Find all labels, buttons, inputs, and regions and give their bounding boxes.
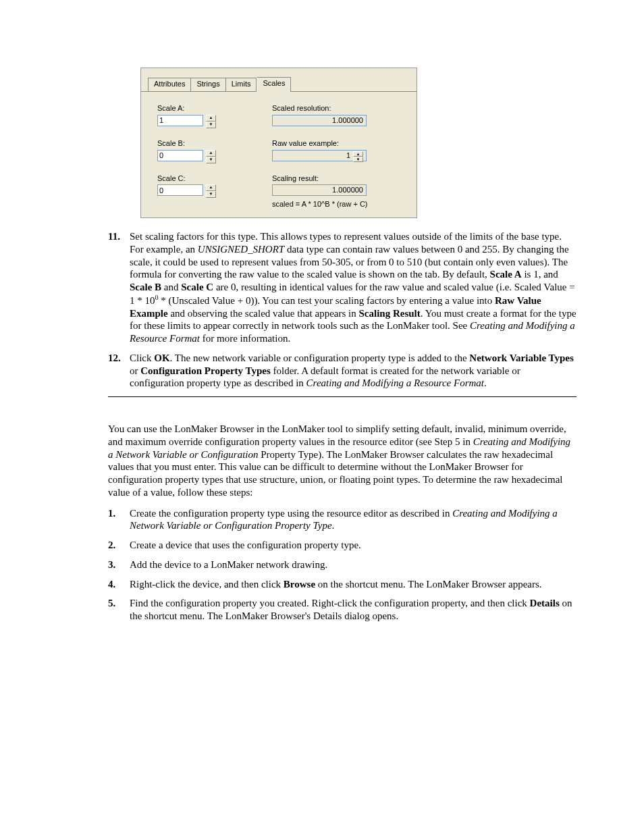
- step-number: 4.: [108, 578, 130, 591]
- scale-b-spinner[interactable]: ▲ ▼: [157, 150, 217, 163]
- tab-strip: Attributes Strings Limits Scales: [141, 68, 417, 91]
- scale-a-input[interactable]: [157, 115, 203, 126]
- scale-a-down-icon[interactable]: ▼: [206, 122, 216, 128]
- scale-a-up-icon[interactable]: ▲: [206, 115, 216, 122]
- step-text: Create the configuration property type u…: [130, 507, 576, 533]
- scale-c-down-icon[interactable]: ▼: [206, 191, 216, 198]
- step-number: 2.: [108, 539, 130, 552]
- tab-strings[interactable]: Strings: [191, 78, 225, 91]
- scaling-formula: scaled = A * 10^B * (raw + C): [272, 196, 407, 209]
- step-text: Add the device to a LonMaker network dra…: [130, 558, 576, 571]
- scale-b-up-icon[interactable]: ▲: [206, 150, 216, 157]
- scaled-resolution-value: 1.000000: [272, 115, 367, 126]
- step-number: 1.: [108, 507, 130, 533]
- scaling-result-label: Scaling result:: [272, 174, 407, 184]
- raw-value-value: 1: [275, 151, 350, 161]
- scales-dialog: Attributes Strings Limits Scales Scale A…: [140, 68, 417, 218]
- step-text: Right-click the device, and then click B…: [130, 578, 576, 591]
- step-12-number: 12.: [108, 352, 130, 390]
- scale-c-up-icon[interactable]: ▲: [206, 184, 216, 191]
- tab-limits[interactable]: Limits: [226, 78, 257, 91]
- step-11-number: 11.: [108, 230, 130, 345]
- scale-b-label: Scale B:: [157, 139, 272, 149]
- intro-paragraph: You can use the LonMaker Browser in the …: [108, 423, 576, 499]
- tab-scales[interactable]: Scales: [257, 77, 291, 92]
- step-text: Find the configuration property you crea…: [130, 597, 576, 623]
- raw-up-icon[interactable]: ▲: [353, 151, 363, 157]
- raw-down-icon[interactable]: ▼: [353, 157, 363, 162]
- scale-b-input[interactable]: [157, 150, 203, 161]
- scale-c-input[interactable]: [157, 184, 203, 196]
- raw-value-field[interactable]: 1 ▲ ▼: [272, 150, 367, 161]
- section-divider: [108, 396, 576, 397]
- scale-c-spinner[interactable]: ▲ ▼: [157, 184, 217, 198]
- step-11-text: Set scaling factors for this type. This …: [130, 230, 576, 345]
- step-number: 5.: [108, 597, 130, 623]
- scaled-resolution-label: Scaled resolution:: [272, 104, 407, 113]
- numbered-steps: 1.Create the configuration property type…: [108, 507, 576, 623]
- step-12-text: Click OK. The new network variable or co…: [130, 352, 576, 390]
- raw-value-label: Raw value example:: [272, 139, 407, 149]
- step-number: 3.: [108, 558, 130, 571]
- scale-c-label: Scale C:: [157, 174, 272, 184]
- tab-attributes[interactable]: Attributes: [148, 78, 191, 91]
- scale-a-label: Scale A:: [157, 104, 272, 113]
- step-text: Create a device that uses the configurat…: [130, 539, 576, 552]
- scales-panel: Scale A: ▲ ▼ Scaled resolution: 1.000000: [141, 91, 417, 217]
- scale-a-spinner[interactable]: ▲ ▼: [157, 115, 217, 128]
- scaling-result-value: 1.000000: [272, 184, 367, 196]
- scale-b-down-icon[interactable]: ▼: [206, 157, 216, 163]
